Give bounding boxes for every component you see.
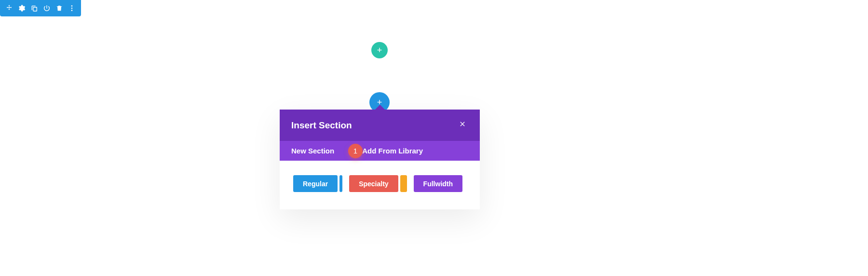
modal-title: Insert Section <box>291 120 352 131</box>
svg-point-1 <box>71 8 73 9</box>
section-type-fullwidth-group: Fullwidth <box>414 175 462 192</box>
gear-icon[interactable] <box>15 0 28 16</box>
tab-new-section[interactable]: New Section <box>291 147 334 155</box>
power-icon[interactable] <box>41 0 53 16</box>
specialty-button[interactable]: Specialty <box>349 175 398 192</box>
move-icon[interactable] <box>3 0 15 16</box>
plus-icon: + <box>377 46 382 55</box>
tab-add-from-library[interactable]: Add From Library <box>362 147 423 155</box>
modal-tabs: New Section 1 Add From Library <box>280 141 480 161</box>
specialty-strip[interactable] <box>400 175 407 192</box>
svg-point-2 <box>71 10 73 11</box>
close-icon <box>459 120 466 128</box>
fullwidth-button[interactable]: Fullwidth <box>414 175 462 192</box>
section-type-regular-group: Regular <box>293 175 342 192</box>
modal-body: Regular Specialty Fullwidth <box>280 161 480 209</box>
trash-icon[interactable] <box>53 0 66 16</box>
add-row-button[interactable]: + <box>371 42 388 58</box>
regular-strip[interactable] <box>339 175 342 192</box>
more-icon[interactable] <box>66 0 78 16</box>
svg-point-0 <box>71 5 73 7</box>
modal-header: Insert Section <box>280 110 480 141</box>
insert-section-modal: Insert Section New Section 1 Add From Li… <box>280 110 480 209</box>
duplicate-icon[interactable] <box>28 0 41 16</box>
close-button[interactable] <box>457 118 468 132</box>
section-toolbar <box>0 0 81 16</box>
section-type-specialty-group: Specialty <box>349 175 407 192</box>
annotation-badge: 1 <box>348 144 363 158</box>
regular-button[interactable]: Regular <box>293 175 338 192</box>
